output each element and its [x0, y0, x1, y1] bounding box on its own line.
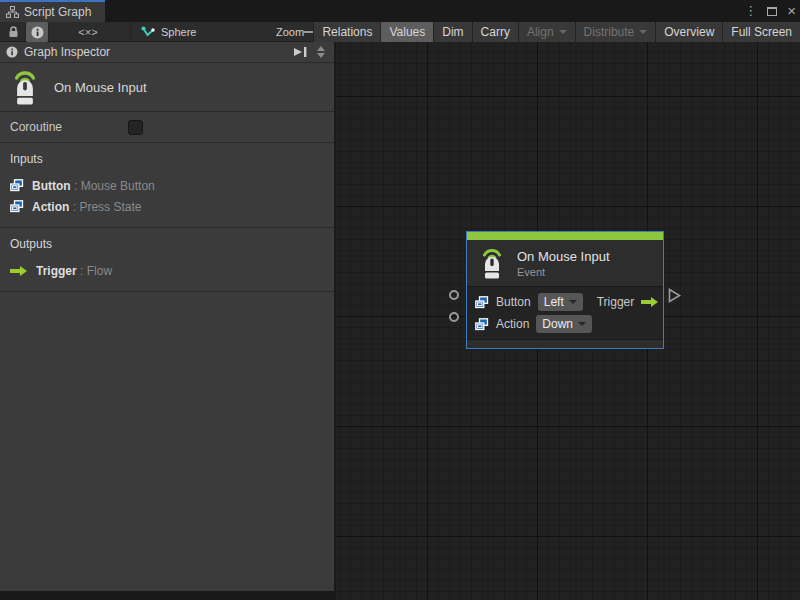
output-port-row: Trigger : Flow: [10, 260, 324, 281]
node-row-action: Action Down: [467, 313, 663, 335]
script-graph-window: Script Graph ⋮ ×: [0, 0, 800, 600]
relations-button[interactable]: Relations: [313, 22, 380, 42]
coroutine-label: Coroutine: [10, 120, 62, 134]
dock-panel-icon[interactable]: [293, 46, 308, 58]
lock-button[interactable]: [2, 22, 24, 42]
button-dropdown[interactable]: Left: [538, 293, 583, 311]
flow-arrow-icon: [10, 265, 28, 277]
node-body: Button Left Trigger: [467, 287, 663, 339]
node-row-button: Button Left Trigger: [467, 291, 663, 313]
dropdown-caret-icon: [578, 322, 586, 326]
distribute-button[interactable]: Distribute: [575, 22, 656, 42]
mouse-event-icon: [479, 247, 505, 279]
value-port-icon: [10, 200, 24, 213]
graph-target-icon: [141, 26, 155, 38]
tab-bar: Script Graph ⋮ ×: [0, 0, 800, 22]
dropdown-caret-icon: [639, 30, 647, 34]
graph-canvas[interactable]: On Mouse Input Event Button Lef: [336, 42, 800, 600]
input-port-row: Action : Press State: [10, 196, 324, 217]
node-subtitle: Event: [517, 266, 610, 278]
coroutine-checkbox[interactable]: [128, 120, 143, 135]
code-view-button[interactable]: <×>: [70, 22, 106, 42]
maximize-icon[interactable]: [767, 7, 777, 16]
mouse-event-icon: [10, 69, 40, 105]
node-footer: [467, 339, 663, 348]
node-header[interactable]: On Mouse Input Event: [467, 240, 663, 287]
unit-title: On Mouse Input: [54, 80, 147, 95]
graph-inspector-panel: Graph Inspector: [0, 42, 335, 591]
fullscreen-button[interactable]: Full Screen: [722, 22, 800, 42]
panel-scrub-spinner[interactable]: [314, 44, 328, 60]
input-port-button[interactable]: [449, 290, 459, 300]
unit-header: On Mouse Input: [0, 63, 334, 112]
outputs-heading: Outputs: [10, 237, 324, 251]
carry-button[interactable]: Carry: [472, 22, 518, 42]
graph-icon: [6, 6, 19, 18]
panel-bottom-edge: [0, 591, 335, 600]
inputs-heading: Inputs: [10, 152, 324, 166]
more-menu-icon[interactable]: ⋮: [744, 0, 757, 22]
on-mouse-input-node[interactable]: On Mouse Input Event Button Lef: [466, 231, 664, 349]
lock-icon: [8, 26, 19, 38]
code-icon: <×>: [78, 26, 97, 38]
info-icon: [6, 46, 18, 58]
toolbar-button-group: Relations Values Dim Carry Align Distrib…: [313, 22, 800, 42]
zoom-label: Zoom: [276, 26, 304, 38]
flow-arrow-icon[interactable]: [641, 296, 659, 308]
port-label: Button: [496, 295, 531, 309]
value-port-icon: [475, 296, 489, 309]
tab-title: Script Graph: [24, 5, 91, 19]
inspector-title: Graph Inspector: [24, 45, 110, 59]
graph-target-button[interactable]: Sphere: [134, 22, 203, 42]
inspector-toggle-button[interactable]: [25, 22, 49, 42]
tab-script-graph[interactable]: Script Graph: [0, 0, 105, 22]
graph-target-label: Sphere: [161, 26, 196, 38]
spinner-up-icon: [317, 46, 325, 51]
output-port-trigger[interactable]: [668, 288, 681, 303]
window-controls: ⋮ ×: [744, 0, 796, 22]
action-dropdown[interactable]: Down: [536, 315, 592, 333]
event-colorbar: [467, 232, 663, 240]
outputs-section: Outputs Trigger : Flow: [0, 228, 334, 292]
input-port-row: Button : Mouse Button: [10, 175, 324, 196]
coroutine-row: Coroutine: [0, 112, 334, 143]
value-port-icon: [10, 179, 24, 192]
dropdown-caret-icon: [559, 30, 567, 34]
input-port-action[interactable]: [449, 312, 459, 322]
value-port-icon: [475, 318, 489, 331]
values-button[interactable]: Values: [380, 22, 433, 42]
port-label: Action: [496, 317, 529, 331]
align-button[interactable]: Align: [518, 22, 575, 42]
dropdown-caret-icon: [569, 300, 577, 304]
spinner-down-icon: [317, 53, 325, 58]
trigger-label: Trigger: [597, 295, 635, 309]
node-title: On Mouse Input: [517, 249, 610, 264]
inspector-titlebar: Graph Inspector: [0, 42, 334, 63]
inputs-section: Inputs Button : Mouse Button: [0, 143, 334, 228]
close-icon[interactable]: ×: [787, 0, 796, 22]
toolbar-separator: [130, 22, 131, 42]
info-icon: [31, 26, 44, 39]
dim-button[interactable]: Dim: [433, 22, 471, 42]
overview-button[interactable]: Overview: [655, 22, 722, 42]
graph-toolbar: <×> Sphere Zoom 1x Relations Values Di: [0, 22, 800, 42]
